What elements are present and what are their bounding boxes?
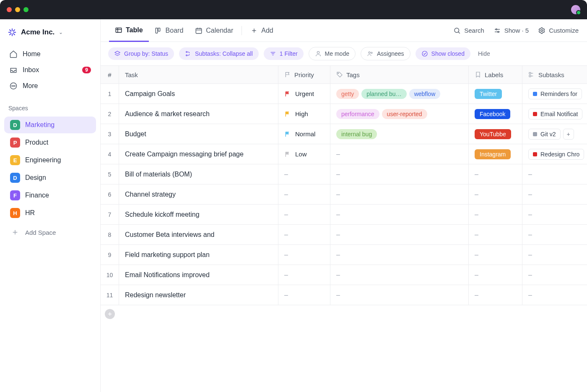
subtask-chip[interactable]: Email Notificat — [528, 109, 582, 119]
nav-home[interactable]: Home — [4, 46, 96, 62]
tag-chip[interactable]: internal bug — [336, 129, 377, 139]
labels-cell[interactable]: – — [469, 225, 522, 244]
labels-cell[interactable]: – — [469, 164, 522, 184]
table-row[interactable]: 6 Channel strategy – – – – — [101, 184, 587, 205]
priority-cell[interactable]: Low — [278, 144, 330, 164]
subtasks-cell[interactable]: – — [522, 285, 587, 305]
filter-pill[interactable]: 1 Filter — [264, 47, 304, 60]
labels-cell[interactable]: – — [469, 285, 522, 305]
tag-chip[interactable]: planned bu… — [361, 89, 406, 99]
tags-cell[interactable]: – — [330, 245, 469, 265]
label-chip[interactable]: Twitter — [475, 89, 502, 99]
priority-cell[interactable]: Urgent — [278, 84, 330, 104]
subtasks-cell[interactable]: – — [522, 245, 587, 265]
column-header-tags[interactable]: Tags — [330, 66, 469, 83]
tag-chip[interactable]: webflow — [409, 89, 441, 99]
maximize-window-button[interactable] — [23, 7, 29, 12]
tags-cell[interactable]: – — [330, 144, 469, 164]
subtask-chip[interactable]: Redesign Chro — [528, 149, 584, 160]
nav-more[interactable]: More — [4, 78, 96, 94]
tab-board[interactable]: Board — [149, 19, 190, 42]
tags-cell[interactable]: – — [330, 184, 469, 204]
subtasks-cell[interactable]: – — [522, 164, 587, 184]
subtasks-cell[interactable]: – — [522, 225, 587, 244]
table-row[interactable]: 2 Audience & market research High perfor… — [101, 104, 587, 124]
tab-add-view[interactable]: Add — [244, 19, 279, 42]
tags-cell[interactable]: internal bug — [330, 124, 469, 144]
workspace-switcher[interactable]: Acme Inc. ⌄ — [0, 23, 100, 44]
space-item-product[interactable]: P Product — [4, 134, 96, 151]
labels-cell[interactable]: YouTubbe — [469, 124, 522, 144]
column-header-priority[interactable]: Priority — [278, 66, 330, 83]
labels-cell[interactable]: Instagram — [469, 144, 522, 164]
tag-chip[interactable]: performance — [336, 109, 379, 119]
space-item-design[interactable]: D Design — [4, 169, 96, 186]
add-space-button[interactable]: Add Space — [4, 223, 96, 241]
subtasks-cell[interactable]: – — [522, 205, 587, 224]
tags-cell[interactable]: – — [330, 285, 469, 305]
subtasks-cell[interactable]: Reminders for — [522, 84, 587, 104]
tag-chip[interactable]: getty — [336, 89, 359, 99]
space-item-finance[interactable]: F Finance — [4, 187, 96, 204]
space-item-marketing[interactable]: D Marketing — [4, 117, 96, 133]
tags-cell[interactable]: performance user-reported — [330, 104, 469, 124]
subtasks-cell[interactable]: Redesign Chro — [522, 144, 587, 164]
subtasks-pill[interactable]: Subtasks: Collapse all — [179, 47, 259, 60]
priority-cell[interactable]: – — [278, 265, 330, 285]
table-row[interactable]: 11 Redesign newsletter – – – – — [101, 285, 587, 305]
space-item-engineering[interactable]: E Engineering — [4, 152, 96, 169]
table-row[interactable]: 3 Budget Normal internal bug YouTubbe Gi… — [101, 124, 587, 144]
tab-table[interactable]: Table — [109, 20, 149, 42]
subtasks-cell[interactable]: Email Notificat — [522, 104, 587, 124]
show-closed-pill[interactable]: Show closed — [416, 47, 470, 60]
labels-cell[interactable]: – — [469, 245, 522, 265]
tags-cell[interactable]: getty planned bu… webflow — [330, 84, 469, 104]
label-chip[interactable]: Instagram — [475, 149, 511, 159]
tag-chip[interactable]: user-reported — [382, 109, 427, 119]
column-header-subtasks[interactable]: Subtasks — [522, 66, 587, 83]
nav-inbox[interactable]: Inbox 9 — [4, 62, 96, 78]
labels-cell[interactable]: – — [469, 205, 522, 224]
priority-cell[interactable]: – — [278, 205, 330, 224]
search-button[interactable]: Search — [453, 27, 484, 34]
column-header-number[interactable]: # — [101, 66, 119, 83]
table-row[interactable]: 1 Campaign Goals Urgent getty planned bu… — [101, 84, 587, 104]
customize-button[interactable]: Customize — [538, 27, 579, 34]
table-row[interactable]: 4 Create Campaign messaging brief page L… — [101, 144, 587, 164]
tags-cell[interactable]: – — [330, 225, 469, 244]
priority-cell[interactable]: – — [278, 285, 330, 305]
user-avatar[interactable] — [571, 5, 580, 14]
me-mode-pill[interactable]: Me mode — [309, 47, 356, 60]
column-header-task[interactable]: Task — [119, 66, 278, 83]
subtasks-cell[interactable]: – — [522, 184, 587, 204]
close-window-button[interactable] — [7, 7, 12, 12]
subtasks-cell[interactable]: Git v2 + — [522, 124, 587, 144]
labels-cell[interactable]: – — [469, 184, 522, 204]
group-by-pill[interactable]: Group by: Status — [108, 47, 174, 60]
table-row[interactable]: 8 Customer Beta interviews and – – – – — [101, 225, 587, 245]
priority-cell[interactable]: Normal — [278, 124, 330, 144]
tab-calendar[interactable]: Calendar — [189, 19, 239, 42]
table-row[interactable]: 9 Field marketing support plan – – – – — [101, 245, 587, 265]
space-item-hr[interactable]: H HR — [4, 205, 96, 221]
label-chip[interactable]: YouTubbe — [475, 129, 511, 139]
add-subtask-button[interactable]: + — [563, 129, 574, 140]
column-header-labels[interactable]: Labels — [469, 66, 522, 83]
subtask-chip[interactable]: Reminders for — [528, 88, 582, 99]
priority-cell[interactable]: – — [278, 225, 330, 244]
labels-cell[interactable]: Twitter — [469, 84, 522, 104]
labels-cell[interactable]: – — [469, 265, 522, 285]
tags-cell[interactable]: – — [330, 265, 469, 285]
label-chip[interactable]: Facebook — [475, 109, 510, 119]
table-row[interactable]: 5 Bill of materials (BOM) – – – – — [101, 164, 587, 184]
tags-cell[interactable]: – — [330, 205, 469, 224]
tags-cell[interactable]: – — [330, 164, 469, 184]
hide-filters-link[interactable]: Hide — [478, 50, 490, 57]
priority-cell[interactable]: High — [278, 104, 330, 124]
assignees-pill[interactable]: Assignees — [361, 47, 410, 60]
labels-cell[interactable]: Facebook — [469, 104, 522, 124]
subtasks-cell[interactable]: – — [522, 265, 587, 285]
table-row[interactable]: 7 Schedule kickoff meeting – – – – — [101, 205, 587, 225]
priority-cell[interactable]: – — [278, 184, 330, 204]
minimize-window-button[interactable] — [15, 7, 20, 12]
